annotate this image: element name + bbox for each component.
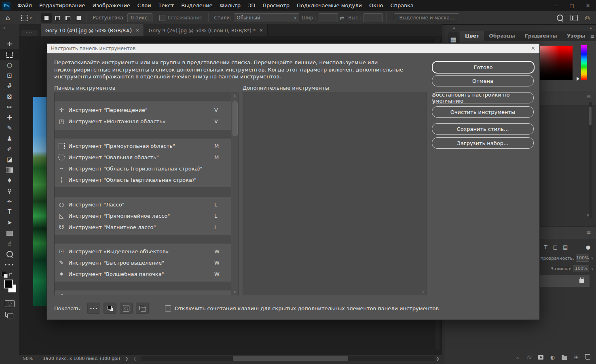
- move-tool[interactable]: ✛: [0, 39, 19, 49]
- lasso-tool[interactable]: ○: [0, 60, 19, 70]
- panel-menu-icon[interactable]: ≡: [586, 91, 591, 102]
- healing-brush-tool[interactable]: ✚: [0, 112, 19, 123]
- share-icon[interactable]: ⎙: [585, 15, 590, 21]
- menu-edit[interactable]: Редактирование: [36, 0, 89, 11]
- document-tab-2[interactable]: Gory 9 (26).jpg @ 50% (Слой 0, RGB/8*) *…: [144, 24, 268, 36]
- status-arrow-icon[interactable]: ❯: [125, 356, 128, 361]
- selection-mode-intersect-button[interactable]: [73, 13, 83, 23]
- canvas-horizontal-scrollbar[interactable]: [141, 356, 435, 361]
- tool-row[interactable]: Инструмент "Прямоугольная область" M: [55, 140, 231, 151]
- width-input[interactable]: [319, 13, 338, 22]
- collapse-panels-icon[interactable]: «: [453, 26, 455, 30]
- style-dropdown[interactable]: Обычный ∨: [234, 13, 299, 22]
- load-preset-button[interactable]: Загрузить набор...: [432, 137, 534, 149]
- rectangular-marquee-tool[interactable]: [0, 49, 19, 60]
- path-selection-tool[interactable]: ➤: [0, 217, 19, 228]
- fill-value[interactable]: 100%: [573, 265, 589, 272]
- disable-shortcuts-checkbox[interactable]: [165, 305, 171, 311]
- shape-tool[interactable]: [0, 228, 19, 238]
- link-layers-icon[interactable]: ∞: [516, 354, 520, 360]
- menu-file[interactable]: Файл: [14, 0, 36, 11]
- menu-plugins[interactable]: Подключаемые модули: [293, 0, 366, 11]
- document-tab-1[interactable]: Gory 10 (49).jpg @ 50% (RGB/8#) ✕: [41, 24, 144, 36]
- scrollbar-thumb[interactable]: [232, 101, 238, 136]
- scroll-up-icon[interactable]: ∧: [231, 94, 238, 98]
- show-edit-toolbar-toggle[interactable]: •••: [87, 303, 100, 314]
- adjustment-layer-icon[interactable]: ◐: [550, 354, 555, 360]
- scroll-down-icon[interactable]: ∨: [422, 289, 425, 294]
- edit-toolbar-button[interactable]: •••: [0, 259, 19, 270]
- eraser-tool[interactable]: ◪: [0, 154, 19, 165]
- clear-tools-button[interactable]: Очистить инструменты: [432, 106, 534, 118]
- menu-view[interactable]: Просмотр: [259, 0, 293, 11]
- collapse-toolbar-icon[interactable]: »: [3, 26, 5, 30]
- layer-row[interactable]: [537, 275, 590, 287]
- maximize-button[interactable]: □: [564, 0, 580, 11]
- tool-row[interactable]: Инструмент "Овальная область" M: [55, 151, 231, 163]
- blur-tool[interactable]: ♦: [0, 175, 19, 186]
- document-image[interactable]: [33, 97, 46, 306]
- foreground-color-swatch[interactable]: [4, 280, 13, 288]
- opacity-value[interactable]: 100%: [576, 255, 589, 262]
- dialog-close-icon[interactable]: ✕: [531, 44, 535, 53]
- new-layer-icon[interactable]: ⊞: [574, 354, 579, 360]
- tool-row[interactable]: ◳ Инструмент «Монтажная область» V: [55, 116, 231, 127]
- filter-type-icon[interactable]: T: [544, 244, 547, 250]
- zoom-level[interactable]: 50%: [19, 355, 37, 362]
- gradient-tool[interactable]: [0, 165, 19, 175]
- filter-pin-icon[interactable]: ●: [586, 244, 590, 250]
- chevron-down-icon[interactable]: ∨: [591, 267, 594, 271]
- color-swatches[interactable]: [3, 279, 17, 293]
- list-scrollbar[interactable]: ∧ ∨: [231, 93, 238, 295]
- chevron-down-icon[interactable]: ∨: [591, 256, 594, 260]
- tool-preset-picker[interactable]: ∨: [19, 14, 35, 22]
- panel-scrollbar[interactable]: [589, 102, 592, 218]
- layer-mask-icon[interactable]: [538, 355, 543, 360]
- layer-effects-icon[interactable]: fx: [526, 355, 531, 360]
- dialog-title-bar[interactable]: Настроить панель инструментов ✕: [47, 44, 539, 53]
- menu-window[interactable]: Окно: [366, 0, 387, 11]
- restore-defaults-button[interactable]: Восстановить настройки по умолчанию: [432, 92, 534, 103]
- expand-panels-icon[interactable]: »: [590, 26, 592, 30]
- tool-row[interactable]: ◺ Инструмент "Прямолинейное лассо" L: [55, 210, 231, 221]
- menu-type[interactable]: Текст: [155, 0, 178, 11]
- pen-tool[interactable]: ✒: [0, 196, 19, 207]
- screen-mode-button[interactable]: [5, 312, 13, 318]
- frame-tool[interactable]: ⊠: [0, 91, 19, 102]
- antialias-checkbox[interactable]: [159, 15, 165, 21]
- scrollbar-thumb[interactable]: [233, 356, 348, 361]
- swap-dimensions-icon[interactable]: ⇄: [340, 15, 344, 21]
- tool-group-partial[interactable]: #: [55, 290, 231, 295]
- hue-slider[interactable]: [581, 45, 587, 80]
- workspace-icon[interactable]: [571, 15, 578, 21]
- clone-stamp-tool[interactable]: ♟: [0, 133, 19, 144]
- tool-row[interactable]: ○ Инструмент "Лассо" L: [55, 199, 231, 210]
- search-icon[interactable]: [557, 15, 563, 21]
- tool-group[interactable]: ⊡ Инструмент «Выделение объектов» W ✎ Ин…: [55, 244, 231, 282]
- scroll-right-icon[interactable]: ❯: [436, 356, 440, 361]
- history-brush-tool[interactable]: ✐: [0, 144, 19, 154]
- menu-filter[interactable]: Фильтр: [216, 0, 244, 11]
- menu-help[interactable]: Справка: [387, 0, 417, 11]
- panel-menu-icon[interactable]: ≡: [586, 227, 591, 237]
- tab-patterns[interactable]: Узоры: [562, 31, 590, 41]
- tool-row[interactable]: ✛ Инструмент "Перемещение" V: [55, 104, 231, 116]
- height-input[interactable]: [364, 13, 383, 22]
- menu-select[interactable]: Выделение: [178, 0, 216, 11]
- dodge-tool[interactable]: ♀: [0, 186, 19, 196]
- show-screen-mode-toggle[interactable]: [136, 303, 149, 314]
- close-button[interactable]: ✕: [580, 0, 596, 11]
- selection-mode-add-button[interactable]: [52, 13, 62, 23]
- color-field[interactable]: [540, 46, 573, 80]
- tool-row[interactable]: ☋ Инструмент "Магнитное лассо" L: [55, 221, 231, 233]
- cancel-button[interactable]: Отмена: [432, 75, 534, 86]
- brush-tool[interactable]: ✎: [0, 123, 19, 133]
- select-and-mask-button[interactable]: Выделение и маска...: [394, 13, 459, 22]
- panel-scroll-down-icon[interactable]: ∨: [586, 213, 590, 218]
- hue-slider-arrow[interactable]: [577, 77, 579, 81]
- eyedropper-tool[interactable]: ✑: [0, 102, 19, 112]
- menu-image[interactable]: Изображение: [89, 0, 133, 11]
- menu-3d[interactable]: 3D: [244, 0, 259, 11]
- new-group-icon[interactable]: [562, 356, 567, 360]
- selection-mode-subtract-button[interactable]: [62, 13, 73, 23]
